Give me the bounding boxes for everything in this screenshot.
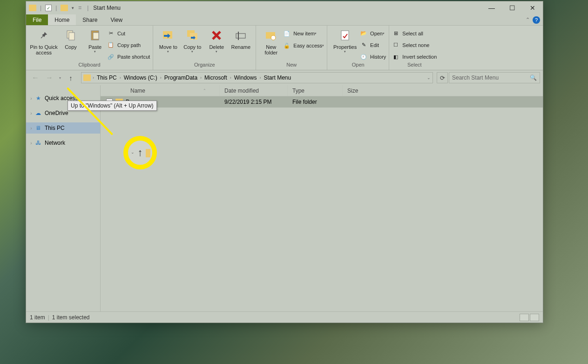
expander-icon[interactable]: › [28, 111, 34, 116]
qat: | ✓ | ▼ = | [29, 5, 90, 11]
expander-icon[interactable]: › [28, 141, 34, 146]
tab-file[interactable]: File [26, 14, 48, 25]
svg-rect-8 [238, 32, 239, 40]
properties-icon [338, 28, 352, 42]
history-button[interactable]: 🕘History [360, 52, 386, 62]
help-button[interactable]: ? [533, 16, 540, 24]
paste-button[interactable]: Paste ▾ [83, 27, 107, 62]
window-controls: — ☐ ✕ [481, 1, 543, 14]
invert-selection-icon: ◧ [392, 53, 399, 61]
delete-button[interactable]: Delete▾ [204, 27, 229, 62]
back-button[interactable]: ← [29, 72, 42, 84]
easy-access-button[interactable]: 🔓Easy access ▾ [283, 40, 324, 51]
nav-pane: › ★ Quick access › ☁ OneDrive › 🖥 This P… [26, 85, 101, 311]
select-none-button[interactable]: ☐Select none [392, 40, 437, 50]
svg-rect-11 [341, 31, 349, 40]
status-selected-count: 1 item selected [52, 314, 90, 321]
breadcrumb[interactable]: › This PC› Windows (C:)› ProgramData› Mi… [81, 72, 433, 83]
invert-selection-button[interactable]: ◧Invert selection [392, 52, 437, 62]
column-size[interactable]: Size [343, 85, 376, 96]
column-type[interactable]: Type [288, 85, 343, 96]
breadcrumb-item[interactable]: This PC [94, 74, 120, 81]
menubar: File Home Share View ⌃ ? [26, 14, 543, 26]
folder-icon [146, 149, 150, 157]
expander-icon[interactable]: › [28, 126, 34, 131]
titlebar: | ✓ | ▼ = | Start Menu — ☐ ✕ [26, 1, 543, 14]
statusbar: 1 item | 1 item selected [26, 311, 543, 323]
open-button[interactable]: 📂Open ▾ [360, 28, 386, 38]
delete-icon [210, 28, 223, 42]
copy-to-button[interactable]: Copy to▾ [180, 27, 204, 62]
rename-icon [234, 28, 248, 42]
file-type: File folder [288, 99, 343, 105]
breadcrumb-item[interactable]: Microsoft [202, 74, 230, 81]
tab-share[interactable]: Share [76, 14, 104, 25]
ribbon-collapse-caret[interactable]: ⌃ [525, 14, 532, 25]
file-row[interactable]: ✓ Programs 9/22/2019 2:15 PM File folder [101, 96, 543, 108]
copy-path-button[interactable]: 📋Copy path [107, 40, 150, 50]
edit-icon: ✎ [360, 41, 367, 49]
new-item-button[interactable]: 📄New item ▾ [283, 28, 324, 39]
equals-icon: = [76, 5, 83, 11]
breadcrumb-item[interactable]: Windows (C:) [121, 74, 160, 81]
monitor-icon: 🖥 [34, 124, 42, 132]
paste-shortcut-icon: 🔗 [107, 53, 115, 61]
search-icon: 🔍 [530, 74, 537, 81]
cut-button[interactable]: ✂Cut [107, 28, 150, 38]
recent-locations-caret[interactable]: ▾ [57, 76, 63, 80]
column-date[interactable]: Date modified [220, 85, 288, 96]
close-button[interactable]: ✕ [522, 1, 543, 14]
ribbon: Pin to Quick access Copy Paste ▾ ✂Cut 📋C… [26, 26, 543, 70]
select-none-icon: ☐ [392, 41, 399, 49]
column-headers: Name ⌃ Date modified Type Size [101, 85, 543, 96]
new-folder-button[interactable]: New folder [259, 27, 283, 62]
select-all-button[interactable]: ⊞Select all [392, 28, 437, 38]
body: › ★ Quick access › ☁ OneDrive › 🖥 This P… [26, 85, 543, 311]
copy-to-icon [185, 28, 199, 42]
move-to-icon [161, 28, 175, 42]
svg-rect-7 [236, 34, 245, 38]
tab-view[interactable]: View [104, 14, 129, 25]
select-all-icon: ⊞ [392, 30, 399, 37]
view-large-icons-button[interactable] [530, 314, 539, 321]
sidebar-item-this-pc[interactable]: › 🖥 This PC [26, 122, 100, 134]
history-icon: 🕘 [360, 53, 367, 61]
new-item-icon: 📄 [283, 30, 291, 37]
svg-point-10 [271, 35, 276, 40]
cut-icon: ✂ [107, 30, 115, 37]
new-folder-icon [264, 28, 278, 42]
copy-icon [64, 28, 78, 42]
breadcrumb-item[interactable]: Start Menu [261, 74, 294, 81]
ribbon-group-open: Properties▾ 📂Open ▾ ✎Edit 🕘History Open [327, 26, 389, 70]
paste-shortcut-button[interactable]: 🔗Paste shortcut [107, 52, 150, 62]
folder-icon [29, 5, 36, 11]
qat-dropdown-caret[interactable]: ▼ [70, 6, 74, 10]
column-name[interactable]: Name ⌃ [101, 85, 220, 96]
refresh-button[interactable]: ⟳ [437, 72, 448, 83]
sidebar-item-network[interactable]: › 🖧 Network [26, 137, 100, 148]
copy-button[interactable]: Copy [59, 27, 83, 62]
expander-icon[interactable]: › [28, 96, 34, 101]
maximize-button[interactable]: ☐ [502, 1, 522, 14]
view-details-button[interactable] [520, 314, 529, 321]
ribbon-group-organize: Move to▾ Copy to▾ Delete▾ Rename Organiz… [153, 26, 256, 70]
properties-button[interactable]: Properties▾ [330, 27, 360, 62]
caret-icon: ⌄ [131, 150, 135, 155]
breadcrumb-item[interactable]: ProgramData [162, 74, 200, 81]
tab-home[interactable]: Home [48, 14, 76, 25]
rename-button[interactable]: Rename [229, 27, 253, 62]
up-button[interactable]: ↑ [64, 72, 77, 84]
breadcrumb-dropdown-caret[interactable]: ⌄ [427, 75, 431, 80]
network-icon: 🖧 [34, 139, 42, 147]
ribbon-group-new: New folder 📄New item ▾ 🔓Easy access ▾ Ne… [256, 26, 327, 70]
svg-rect-3 [93, 33, 99, 39]
breadcrumb-item[interactable]: Windows [231, 74, 260, 81]
pin-to-quick-access-button[interactable]: Pin to Quick access [29, 27, 59, 62]
forward-button[interactable]: → [43, 72, 56, 84]
edit-button[interactable]: ✎Edit [360, 40, 386, 50]
minimize-button[interactable]: — [481, 1, 502, 14]
qat-checkbox-icon[interactable]: ✓ [45, 5, 52, 11]
up-arrow-icon: ↑ [138, 147, 143, 159]
move-to-button[interactable]: Move to▾ [156, 27, 180, 62]
search-input[interactable]: Search Start Menu 🔍 [449, 72, 540, 83]
